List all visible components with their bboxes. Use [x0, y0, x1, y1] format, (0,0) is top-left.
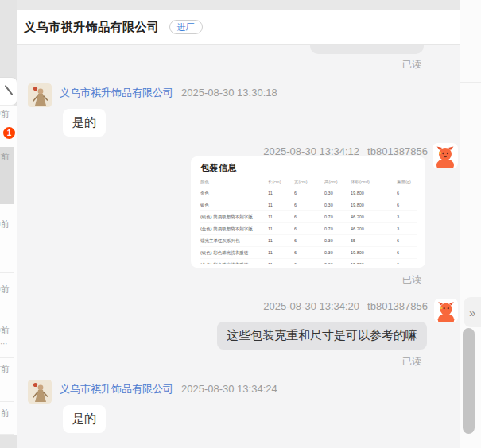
buyer-avatar[interactable]: [434, 299, 458, 322]
buyer-avatar[interactable]: [433, 143, 458, 168]
table-cell: 6: [294, 222, 324, 234]
expand-panel-button[interactable]: »: [464, 297, 481, 327]
message-bubble: 是的: [63, 405, 106, 433]
divider: [0, 272, 14, 273]
divider: [0, 401, 14, 402]
message-bubble: 是的: [63, 109, 106, 137]
input-area-divider: [17, 442, 460, 442]
package-table-head: 颜色长(cm)宽(cm)高(cm)体积(cm³)重量(g): [200, 176, 417, 187]
table-cell: 55: [351, 234, 397, 246]
clipped-previous-bubble: [310, 45, 424, 54]
divider: [0, 357, 14, 358]
table-cell: 0.30: [324, 234, 351, 246]
table-cell: 11: [268, 258, 294, 264]
sender-username: tb801387856: [367, 300, 428, 312]
table-cell: 金色: [200, 187, 268, 199]
conversation-time-fragment[interactable]: 钟前: [0, 326, 10, 336]
scrollbar-thumb[interactable]: [463, 328, 475, 434]
table-row: (金色) 彩色珠光洗衣服链1160.3019.8006: [200, 258, 417, 264]
table-cell: 11: [268, 210, 294, 222]
package-table-header: 体积(cm³): [351, 176, 397, 187]
table-cell: 11: [268, 246, 294, 258]
search-icon[interactable]: [0, 77, 17, 106]
table-cell: 6: [397, 199, 417, 210]
table-cell: 19.800: [351, 199, 397, 210]
table-cell: 6: [294, 234, 324, 246]
table-row: 银色1160.3019.8006: [200, 199, 417, 210]
table-cell: 6: [294, 187, 324, 199]
message-timestamp: 2025-08-30 13:30:18: [181, 87, 277, 98]
conversation-time-fragment[interactable]: 时前: [0, 408, 10, 419]
package-table-header: 宽(cm): [294, 176, 324, 187]
table-cell: 6: [397, 234, 417, 246]
table-row: 金色1160.3019.8006: [200, 187, 417, 199]
supplier-avatar[interactable]: [28, 83, 52, 107]
draft-ellipsis: ⋯: [0, 339, 8, 348]
conversation-time-fragment[interactable]: 钟前: [0, 109, 10, 119]
table-cell: 19.800: [351, 258, 397, 264]
table-cell: 0.70: [324, 210, 351, 222]
package-table-header: 长(cm): [268, 176, 294, 187]
package-table-body: 金色1160.3019.8006银色1160.3019.8006(银色) 简易吸…: [200, 187, 417, 264]
conversation-time-fragment[interactable]: 钟前: [0, 219, 10, 230]
right-panel-strip: »: [460, 0, 481, 448]
table-cell: 银色: [200, 199, 268, 210]
conversation-time-fragment[interactable]: 钟前: [0, 284, 10, 295]
table-cell: 11: [268, 199, 294, 210]
read-receipt: 已读: [402, 58, 421, 71]
unread-badge: 1: [3, 127, 15, 139]
sender-username: tb801387856: [367, 145, 428, 157]
conversation-time-fragment[interactable]: 时前: [0, 364, 10, 374]
table-row: (银色) 彩色珠光洗衣服链1160.3019.8006: [200, 246, 417, 258]
package-table-header: 颜色: [200, 176, 268, 187]
table-cell: 19.800: [351, 187, 397, 199]
table-cell: 6: [397, 258, 417, 264]
message-meta: 义乌市祺升饰品有限公司 2025-08-30 13:30:18: [60, 86, 277, 100]
message-meta: 义乌市祺升饰品有限公司 2025-08-30 13:34:24: [60, 382, 277, 396]
table-cell: 46.200: [351, 210, 397, 222]
sender-name-link[interactable]: 义乌市祺升饰品有限公司: [60, 86, 173, 100]
contact-title: 义乌市祺升饰品有限公司: [24, 20, 160, 35]
table-row: 镭光主单红灰系列包1160.30556: [200, 234, 417, 246]
table-cell: 镭光主单红灰系列包: [200, 234, 268, 246]
supplier-avatar[interactable]: [28, 380, 52, 404]
message-list[interactable]: 已读 义乌市祺升饰品有限公司 2025-08-30 13:30:18 是的 20…: [17, 45, 460, 448]
package-table-title: 包装信息: [200, 162, 237, 174]
table-cell: 0.30: [324, 246, 351, 258]
table-cell: (金色) 彩色珠光洗衣服链: [200, 258, 268, 264]
divider: [0, 105, 14, 106]
table-cell: (金色) 简易吸塑袋不刻字版: [200, 222, 268, 234]
table-cell: 11: [268, 187, 294, 199]
message-timestamp: 2025-08-30 13:34:24: [181, 383, 277, 395]
package-info-image-attachment[interactable]: 包装信息 颜色长(cm)宽(cm)高(cm)体积(cm³)重量(g) 金色116…: [191, 156, 425, 268]
read-receipt: 已读: [402, 273, 421, 287]
message-bubble: 这些包装克重和尺寸是可以参考的嘛: [217, 322, 427, 350]
table-cell: 3: [397, 210, 417, 222]
package-table-header: 重量(g): [397, 176, 417, 187]
table-cell: 6: [294, 210, 324, 222]
table-row: (银色) 简易吸塑袋不刻字版1160.7046.2003: [200, 210, 417, 222]
table-cell: 0.70: [324, 222, 351, 234]
table-cell: 6: [294, 258, 324, 264]
table-cell: 11: [268, 234, 294, 246]
table-cell: 0.30: [324, 187, 351, 199]
divider: [460, 82, 481, 83]
table-cell: 6: [294, 246, 324, 258]
table-cell: 0.30: [324, 258, 351, 264]
conversation-list-edge[interactable]: 钟前 1 前 钟前 钟前 钟前 ⋯ 时前 时前: [0, 0, 17, 448]
message-meta: 2025-08-30 13:34:20 tb801387856: [263, 300, 428, 312]
table-cell: 3: [397, 222, 417, 234]
table-cell: (银色) 彩色珠光洗衣服链: [200, 246, 268, 258]
conversation-time-fragment[interactable]: 前: [0, 152, 10, 162]
table-cell: 0.30: [324, 199, 351, 210]
package-table-header: 高(cm): [324, 176, 351, 187]
table-cell: 6: [397, 187, 417, 199]
package-table: 颜色长(cm)宽(cm)高(cm)体积(cm³)重量(g) 金色1160.301…: [200, 176, 417, 264]
table-cell: (银色) 简易吸塑袋不刻字版: [200, 210, 268, 222]
table-cell: 46.200: [351, 222, 397, 234]
sender-name-link[interactable]: 义乌市祺升饰品有限公司: [60, 382, 173, 396]
chevron-right-icon: »: [469, 306, 475, 319]
factory-badge: 进厂: [169, 20, 203, 34]
message-timestamp: 2025-08-30 13:34:12: [263, 145, 359, 157]
table-cell: 19.800: [351, 246, 397, 258]
